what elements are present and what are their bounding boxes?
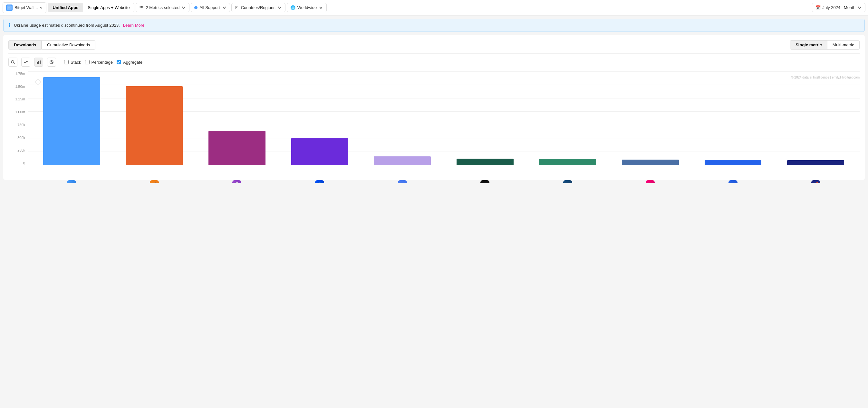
bar	[539, 159, 596, 165]
bar-group	[196, 72, 278, 165]
learn-more-link[interactable]: Learn More	[123, 23, 144, 28]
bar-label: KKeplr Wallet (Unified)	[692, 180, 774, 183]
svg-rect-11	[38, 61, 39, 64]
bars-container: ⚡BitKeep (Unified)🦊MetaMask (Unified)👻Ph…	[28, 72, 860, 165]
bar-group	[279, 72, 361, 165]
regions-dropdown[interactable]: 🏳 Countries/Regions	[231, 3, 285, 12]
single-metric-btn[interactable]: Single metric	[790, 40, 828, 49]
chart-plot: ⚡BitKeep (Unified)🦊MetaMask (Unified)👻Ph…	[28, 72, 860, 165]
app-type-tabs: Unified Apps Single Apps + Website	[48, 3, 134, 12]
multi-metric-btn[interactable]: Multi-metric	[828, 40, 859, 49]
bar-label: 🔵Coinbase Wallet (Unified)	[279, 180, 361, 183]
aggregate-label: Aggregate	[123, 60, 143, 65]
app-name: Bitget Wall...	[14, 5, 38, 10]
globe-icon: 🌐	[290, 5, 296, 10]
bar	[787, 160, 844, 165]
bar	[126, 86, 183, 165]
y-label-1: 1.75m	[15, 72, 25, 76]
line-chart-icon	[24, 60, 28, 64]
y-label-7: 250k	[18, 148, 25, 152]
flag-icon: 🏳	[235, 5, 239, 10]
date-dropdown[interactable]: 📅 July 2024 | Month	[812, 3, 865, 12]
zoom-btn[interactable]	[8, 58, 18, 67]
support-dropdown[interactable]: All Support	[191, 3, 230, 12]
y-label-8: 0	[23, 161, 25, 165]
chart-controls: Stack Percentage Aggregate	[8, 54, 860, 69]
stack-checkbox-group[interactable]: Stack	[64, 60, 81, 65]
bar-label: 🦊MetaMask (Unified)	[114, 180, 195, 183]
svg-line-9	[13, 63, 15, 64]
bar-label: 🛡SafePal Wallet (Unified)	[362, 180, 443, 183]
bar	[457, 159, 514, 165]
support-label: All Support	[199, 5, 220, 10]
bar-chart-btn[interactable]	[34, 58, 43, 67]
metric-header: Downloads Cumulative Downloads Single me…	[8, 40, 860, 54]
metrics-icon	[139, 5, 144, 10]
y-label-6: 500k	[18, 136, 25, 140]
svg-rect-12	[40, 61, 40, 64]
view-toggle: Single metric Multi-metric	[790, 40, 860, 49]
bar	[705, 160, 762, 165]
bar	[209, 131, 266, 165]
bar-label: 🦄Uniswap: Crypto & NFT Wallet ...	[610, 180, 691, 183]
y-label-5: 750k	[18, 123, 25, 127]
bar-label: ⚡BitKeep (Unified)	[31, 180, 113, 183]
pie-chart-btn[interactable]	[47, 58, 56, 67]
chevron-down-icon	[222, 5, 226, 10]
bar-label: ▷Exodus: Crypto Bitcoin Wallet ...	[527, 180, 609, 183]
tab-downloads[interactable]: Downloads	[8, 40, 41, 49]
line-chart-btn[interactable]	[21, 58, 30, 67]
info-icon: ℹ	[9, 22, 11, 28]
bar-group	[692, 72, 774, 165]
stack-checkbox[interactable]	[64, 60, 69, 64]
tab-single-apps[interactable]: Single Apps + Website	[83, 3, 134, 12]
top-navigation: ⊞ Bitget Wall... Unified Apps Single App…	[0, 0, 868, 15]
bar-group	[114, 72, 195, 165]
bar-group	[362, 72, 443, 165]
support-icon	[194, 6, 197, 9]
bar-label: 👻Phantom (Unified)	[196, 180, 278, 183]
aggregate-checkbox-group[interactable]: Aggregate	[117, 60, 143, 65]
y-label-3: 1.25m	[15, 97, 25, 101]
svg-point-5	[140, 7, 141, 8]
metric-tabs: Downloads Cumulative Downloads	[8, 40, 95, 49]
percentage-checkbox[interactable]	[85, 60, 90, 64]
date-label: July 2024 | Month	[823, 5, 856, 10]
svg-point-7	[143, 7, 144, 8]
worldwide-dropdown[interactable]: 🌐 Worldwide	[287, 3, 327, 12]
pie-chart-icon	[49, 60, 54, 64]
tab-cumulative-downloads[interactable]: Cumulative Downloads	[41, 40, 95, 49]
tab-unified-apps[interactable]: Unified Apps	[48, 3, 83, 12]
bar-chart-icon	[36, 60, 41, 64]
chevron-down-icon	[181, 5, 186, 10]
metrics-dropdown[interactable]: 2 Metrics selected	[136, 3, 189, 12]
regions-label: Countries/Regions	[241, 5, 276, 10]
y-axis: 1.75m 1.50m 1.25m 1.00m 750k 500k 250k 0	[8, 72, 28, 165]
svg-line-15	[52, 62, 53, 63]
app-icon: ⊞	[6, 4, 12, 11]
svg-point-2	[140, 6, 141, 7]
chevron-down-icon	[277, 5, 282, 10]
main-content: Downloads Cumulative Downloads Single me…	[3, 35, 865, 180]
zoom-icon	[11, 60, 15, 64]
bar	[374, 157, 431, 165]
bar-group	[444, 72, 526, 165]
svg-point-3	[141, 6, 142, 7]
bar-label: 🌈Rainbow Ethereum Walle...	[775, 180, 857, 183]
metrics-label: 2 Metrics selected	[146, 5, 180, 10]
divider	[60, 59, 60, 65]
y-label-2: 1.50m	[15, 84, 25, 89]
bar-group	[610, 72, 691, 165]
chevron-down-icon	[857, 5, 862, 10]
info-banner: ℹ Ukraine usage estimates discontinued f…	[3, 19, 865, 32]
percentage-checkbox-group[interactable]: Percentage	[85, 60, 113, 65]
svg-rect-10	[37, 62, 38, 64]
y-label-4: 1.00m	[15, 110, 25, 114]
bar	[43, 77, 100, 165]
app-selector[interactable]: ⊞ Bitget Wall...	[3, 2, 46, 13]
bar	[291, 138, 348, 165]
bar-group	[527, 72, 609, 165]
bar-group	[31, 72, 113, 165]
bar	[622, 160, 679, 165]
aggregate-checkbox[interactable]	[117, 60, 121, 64]
